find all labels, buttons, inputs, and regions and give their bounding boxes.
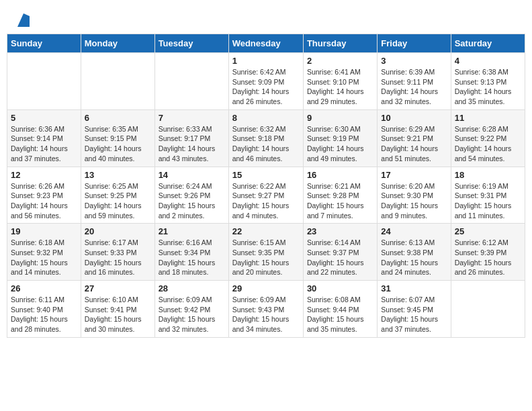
day-number: 18	[455, 170, 521, 180]
calendar-cell: 29Sunrise: 6:09 AM Sunset: 9:43 PM Dayli…	[228, 281, 303, 338]
calendar-cell: 25Sunrise: 6:12 AM Sunset: 9:39 PM Dayli…	[451, 224, 525, 281]
calendar-cell: 1Sunrise: 6:42 AM Sunset: 9:09 PM Daylig…	[228, 53, 303, 110]
calendar-week-5: 26Sunrise: 6:11 AM Sunset: 9:40 PM Dayli…	[7, 281, 525, 338]
day-info: Sunrise: 6:20 AM Sunset: 9:30 PM Dayligh…	[381, 181, 447, 221]
page-header	[7, 7, 525, 30]
day-info: Sunrise: 6:42 AM Sunset: 9:09 PM Dayligh…	[232, 67, 300, 107]
day-number: 9	[307, 113, 373, 123]
day-number: 25	[455, 226, 521, 236]
weekday-header-friday: Friday	[378, 34, 451, 53]
day-info: Sunrise: 6:36 AM Sunset: 9:14 PM Dayligh…	[11, 124, 77, 164]
calendar-cell: 24Sunrise: 6:13 AM Sunset: 9:38 PM Dayli…	[378, 224, 451, 281]
day-info: Sunrise: 6:18 AM Sunset: 9:32 PM Dayligh…	[11, 238, 77, 277]
calendar-cell: 7Sunrise: 6:33 AM Sunset: 9:17 PM Daylig…	[154, 109, 228, 167]
day-number: 22	[232, 226, 300, 236]
day-number: 29	[232, 283, 300, 293]
day-info: Sunrise: 6:30 AM Sunset: 9:19 PM Dayligh…	[307, 124, 373, 164]
day-info: Sunrise: 6:13 AM Sunset: 9:38 PM Dayligh…	[381, 238, 447, 277]
calendar-cell: 12Sunrise: 6:26 AM Sunset: 9:23 PM Dayli…	[7, 167, 81, 224]
day-number: 6	[85, 113, 151, 123]
day-number: 3	[381, 56, 447, 66]
day-number: 2	[307, 56, 373, 66]
calendar-cell: 26Sunrise: 6:11 AM Sunset: 9:40 PM Dayli…	[7, 281, 81, 338]
calendar-cell: 2Sunrise: 6:41 AM Sunset: 9:10 PM Daylig…	[303, 53, 377, 110]
day-number: 23	[307, 226, 373, 236]
logo	[17, 13, 33, 27]
day-info: Sunrise: 6:32 AM Sunset: 9:18 PM Dayligh…	[232, 124, 300, 164]
day-number: 24	[381, 226, 447, 236]
calendar-cell: 16Sunrise: 6:21 AM Sunset: 9:28 PM Dayli…	[303, 167, 377, 224]
day-info: Sunrise: 6:22 AM Sunset: 9:27 PM Dayligh…	[232, 181, 300, 221]
day-info: Sunrise: 6:35 AM Sunset: 9:15 PM Dayligh…	[85, 124, 151, 164]
calendar-week-2: 5Sunrise: 6:36 AM Sunset: 9:14 PM Daylig…	[7, 109, 525, 167]
calendar-cell: 27Sunrise: 6:10 AM Sunset: 9:41 PM Dayli…	[81, 281, 154, 338]
day-info: Sunrise: 6:17 AM Sunset: 9:33 PM Dayligh…	[85, 238, 151, 277]
day-number: 8	[232, 113, 300, 123]
day-number: 19	[11, 226, 77, 236]
day-info: Sunrise: 6:24 AM Sunset: 9:26 PM Dayligh…	[159, 181, 225, 221]
day-info: Sunrise: 6:29 AM Sunset: 9:21 PM Dayligh…	[381, 124, 447, 164]
day-number: 13	[85, 170, 151, 180]
calendar-cell: 10Sunrise: 6:29 AM Sunset: 9:21 PM Dayli…	[378, 109, 451, 167]
day-info: Sunrise: 6:10 AM Sunset: 9:41 PM Dayligh…	[85, 295, 151, 334]
day-info: Sunrise: 6:21 AM Sunset: 9:28 PM Dayligh…	[307, 181, 373, 221]
weekday-row: SundayMondayTuesdayWednesdayThursdayFrid…	[7, 34, 525, 53]
weekday-header-wednesday: Wednesday	[228, 34, 303, 53]
calendar-cell: 14Sunrise: 6:24 AM Sunset: 9:26 PM Dayli…	[154, 167, 228, 224]
day-info: Sunrise: 6:15 AM Sunset: 9:35 PM Dayligh…	[232, 238, 300, 277]
calendar-cell: 28Sunrise: 6:09 AM Sunset: 9:42 PM Dayli…	[154, 281, 228, 338]
day-info: Sunrise: 6:09 AM Sunset: 9:43 PM Dayligh…	[232, 295, 300, 334]
day-number: 4	[455, 56, 521, 66]
weekday-header-monday: Monday	[81, 34, 154, 53]
day-info: Sunrise: 6:33 AM Sunset: 9:17 PM Dayligh…	[159, 124, 225, 164]
day-number: 28	[159, 283, 225, 293]
calendar-cell	[451, 281, 525, 338]
day-info: Sunrise: 6:09 AM Sunset: 9:42 PM Dayligh…	[159, 295, 225, 334]
calendar-table: SundayMondayTuesdayWednesdayThursdayFrid…	[7, 34, 525, 338]
calendar-cell: 23Sunrise: 6:14 AM Sunset: 9:37 PM Dayli…	[303, 224, 377, 281]
day-info: Sunrise: 6:14 AM Sunset: 9:37 PM Dayligh…	[307, 238, 373, 277]
day-number: 10	[381, 113, 447, 123]
calendar-cell: 11Sunrise: 6:28 AM Sunset: 9:22 PM Dayli…	[451, 109, 525, 167]
day-number: 21	[159, 226, 225, 236]
day-number: 17	[381, 170, 447, 180]
day-info: Sunrise: 6:41 AM Sunset: 9:10 PM Dayligh…	[307, 67, 373, 107]
calendar-cell: 21Sunrise: 6:16 AM Sunset: 9:34 PM Dayli…	[154, 224, 228, 281]
day-number: 12	[11, 170, 77, 180]
calendar-cell: 17Sunrise: 6:20 AM Sunset: 9:30 PM Dayli…	[378, 167, 451, 224]
day-info: Sunrise: 6:28 AM Sunset: 9:22 PM Dayligh…	[455, 124, 521, 164]
day-number: 11	[455, 113, 521, 123]
day-info: Sunrise: 6:26 AM Sunset: 9:23 PM Dayligh…	[11, 181, 77, 221]
day-info: Sunrise: 6:08 AM Sunset: 9:44 PM Dayligh…	[307, 295, 373, 334]
day-info: Sunrise: 6:38 AM Sunset: 9:13 PM Dayligh…	[455, 67, 521, 107]
weekday-header-tuesday: Tuesday	[154, 34, 228, 53]
day-number: 31	[381, 283, 447, 293]
calendar-header: SundayMondayTuesdayWednesdayThursdayFrid…	[7, 34, 525, 53]
day-info: Sunrise: 6:39 AM Sunset: 9:11 PM Dayligh…	[381, 67, 447, 107]
calendar-week-4: 19Sunrise: 6:18 AM Sunset: 9:32 PM Dayli…	[7, 224, 525, 281]
day-number: 14	[159, 170, 225, 180]
calendar-body: 1Sunrise: 6:42 AM Sunset: 9:09 PM Daylig…	[7, 53, 525, 338]
weekday-header-sunday: Sunday	[7, 34, 81, 53]
svg-marker-0	[17, 13, 30, 27]
calendar-cell	[154, 53, 228, 110]
day-number: 1	[232, 56, 300, 66]
day-number: 15	[232, 170, 300, 180]
day-info: Sunrise: 6:25 AM Sunset: 9:25 PM Dayligh…	[85, 181, 151, 221]
calendar-cell	[81, 53, 154, 110]
calendar-cell: 5Sunrise: 6:36 AM Sunset: 9:14 PM Daylig…	[7, 109, 81, 167]
calendar-cell	[7, 53, 81, 110]
day-info: Sunrise: 6:12 AM Sunset: 9:39 PM Dayligh…	[455, 238, 521, 277]
calendar-cell: 9Sunrise: 6:30 AM Sunset: 9:19 PM Daylig…	[303, 109, 377, 167]
logo-icon	[17, 13, 30, 27]
calendar-cell: 8Sunrise: 6:32 AM Sunset: 9:18 PM Daylig…	[228, 109, 303, 167]
calendar-cell: 15Sunrise: 6:22 AM Sunset: 9:27 PM Dayli…	[228, 167, 303, 224]
calendar-cell: 6Sunrise: 6:35 AM Sunset: 9:15 PM Daylig…	[81, 109, 154, 167]
day-number: 26	[11, 283, 77, 293]
calendar-cell: 13Sunrise: 6:25 AM Sunset: 9:25 PM Dayli…	[81, 167, 154, 224]
day-number: 5	[11, 113, 77, 123]
day-info: Sunrise: 6:19 AM Sunset: 9:31 PM Dayligh…	[455, 181, 521, 221]
day-number: 16	[307, 170, 373, 180]
calendar-cell: 3Sunrise: 6:39 AM Sunset: 9:11 PM Daylig…	[378, 53, 451, 110]
weekday-header-thursday: Thursday	[303, 34, 377, 53]
